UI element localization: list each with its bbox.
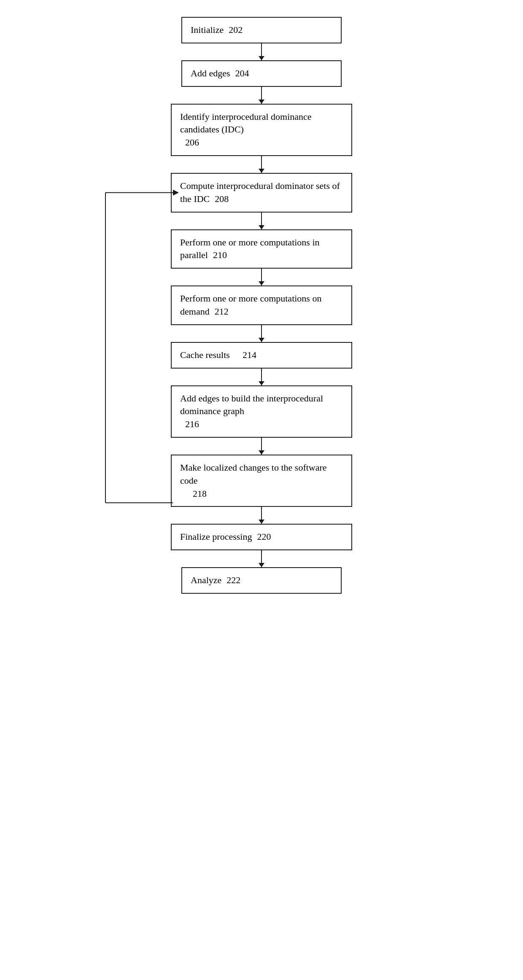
- box-number: 204: [235, 68, 249, 78]
- box-identify-idc: Identify interprocedural dominance candi…: [171, 104, 352, 156]
- feedback-arrow-svg: [80, 173, 173, 515]
- arrow-2: [261, 87, 262, 104]
- arrow-9: [261, 507, 262, 524]
- box-compute-sets: Compute interprocedural dominator sets o…: [171, 173, 352, 213]
- box-parallel: Perform one or more computations in para…: [171, 229, 352, 269]
- box-localized-changes: Make localized changes to the software c…: [171, 455, 352, 507]
- box-on-demand: Perform one or more computations on dema…: [171, 285, 352, 325]
- box-label: Identify interprocedural dominance candi…: [180, 111, 312, 135]
- box-number: 222: [226, 575, 240, 585]
- box-label: Perform one or more computations in para…: [180, 237, 320, 261]
- arrow-1: [261, 43, 262, 60]
- arrow-10: [261, 550, 262, 567]
- box-analyze: Analyze222: [181, 567, 342, 594]
- box-label: Make localized changes to the software c…: [180, 462, 327, 486]
- box-number: 220: [257, 531, 271, 542]
- box-number: 210: [213, 250, 227, 260]
- box-label: Compute interprocedural dominator sets o…: [180, 180, 340, 204]
- box-number: 216: [185, 419, 199, 429]
- box-label: Initialize: [191, 24, 224, 35]
- box-number: 208: [215, 194, 229, 204]
- diagram-container: Initialize202 Add edges204 Identify inte…: [0, 0, 523, 980]
- box-label: Analyze: [191, 575, 221, 585]
- box-initialize: Initialize202: [181, 17, 342, 43]
- arrow-4: [261, 213, 262, 229]
- arrow-8: [261, 438, 262, 455]
- box-add-edges: Add edges204: [181, 60, 342, 87]
- box-add-edges-graph: Add edges to build the interprocedural d…: [171, 385, 352, 438]
- arrow-5: [261, 269, 262, 285]
- box-number: 212: [215, 306, 229, 317]
- box-number: 218: [193, 488, 207, 499]
- box-finalize: Finalize processing220: [171, 524, 352, 550]
- box-number: 202: [229, 24, 243, 35]
- box-cache: Cache results214: [171, 342, 352, 369]
- box-number: 214: [243, 350, 256, 360]
- box-label: Add edges to build the interprocedural d…: [180, 393, 323, 417]
- arrow-3: [261, 156, 262, 173]
- feedback-section: Compute interprocedural dominator sets o…: [0, 173, 523, 507]
- box-label: Cache results: [180, 350, 230, 360]
- box-label: Add edges: [191, 68, 230, 78]
- box-label: Finalize processing: [180, 531, 252, 542]
- box-number: 206: [185, 137, 199, 148]
- arrow-6: [261, 325, 262, 342]
- arrow-7: [261, 369, 262, 385]
- flow-wrapper: Initialize202 Add edges204 Identify inte…: [0, 17, 523, 594]
- box-label: Perform one or more computations on dema…: [180, 293, 321, 317]
